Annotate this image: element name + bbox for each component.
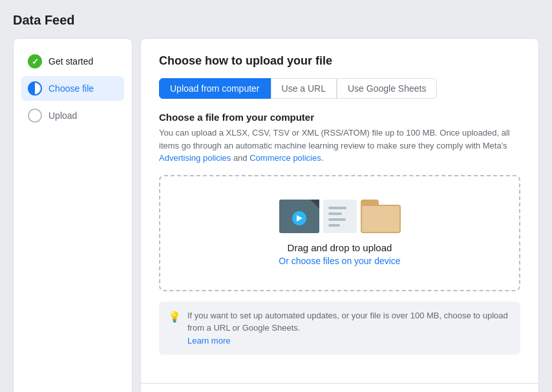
page-title: Data Feed — [13, 13, 539, 28]
tabs-container: Upload from computer Use a URL Use Googl… — [159, 78, 520, 99]
sidebar-item-get-started[interactable]: ✓ Get started — [21, 49, 124, 74]
section-heading: Choose a file from your computer — [159, 112, 520, 123]
choose-files-link[interactable]: Or choose files on your device — [279, 256, 400, 266]
sidebar-item-upload[interactable]: Upload — [21, 103, 124, 128]
panel-footer: Previous Next — [141, 383, 538, 392]
desc-text-2: and — [231, 153, 249, 163]
drop-zone-text: Drag and drop to upload — [288, 242, 392, 253]
play-triangle-icon — [297, 215, 303, 222]
commerce-policies-link[interactable]: Commerce policies — [249, 153, 321, 163]
advertising-policies-link[interactable]: Advertising policies — [159, 153, 231, 163]
checkmark-icon: ✓ — [32, 57, 39, 67]
drop-zone[interactable]: Drag and drop to upload Or choose files … — [159, 175, 520, 291]
tip-box: 💡 If you want to set up automated update… — [159, 302, 520, 355]
sidebar-item-choose-file[interactable]: Choose file — [21, 76, 124, 101]
step-icon-completed: ✓ — [28, 54, 42, 68]
play-button-icon — [292, 211, 306, 225]
sidebar: ✓ Get started Choose file Upload — [13, 38, 133, 392]
folder-body — [361, 205, 401, 233]
lightbulb-icon: 💡 — [168, 311, 181, 347]
line-1 — [328, 207, 347, 209]
sidebar-label-choose-file: Choose file — [48, 83, 94, 94]
tab-use-google-sheets[interactable]: Use Google Sheets — [337, 78, 437, 99]
panel-title: Choose how to upload your file — [159, 54, 520, 68]
sidebar-label-get-started: Get started — [48, 56, 93, 67]
line-2 — [328, 212, 343, 215]
line-3 — [328, 218, 346, 221]
desc-text-3: . — [321, 153, 324, 163]
folder-body-inner — [362, 206, 399, 232]
tab-upload-computer[interactable]: Upload from computer — [159, 78, 271, 99]
file-icon-blue — [279, 200, 319, 233]
main-panel: Choose how to upload your file Upload fr… — [140, 38, 539, 392]
tip-text: If you want to set up automated updates,… — [187, 309, 511, 347]
step-icon-pending — [28, 108, 42, 123]
tab-use-url[interactable]: Use a URL — [271, 78, 337, 99]
drop-zone-icons — [279, 200, 401, 233]
folder-icon — [361, 200, 401, 233]
desc-text-1: You can upload a XLSX, CSV, TSV or XML (… — [159, 128, 510, 150]
line-4 — [328, 224, 340, 227]
tip-text-content: If you want to set up automated updates,… — [187, 311, 508, 333]
step-icon-active — [28, 81, 42, 96]
file-icon-lines — [323, 200, 357, 233]
sidebar-label-upload: Upload — [48, 110, 77, 121]
learn-more-link[interactable]: Learn more — [187, 336, 230, 346]
section-description: You can upload a XLSX, CSV, TSV or XML (… — [159, 127, 520, 165]
